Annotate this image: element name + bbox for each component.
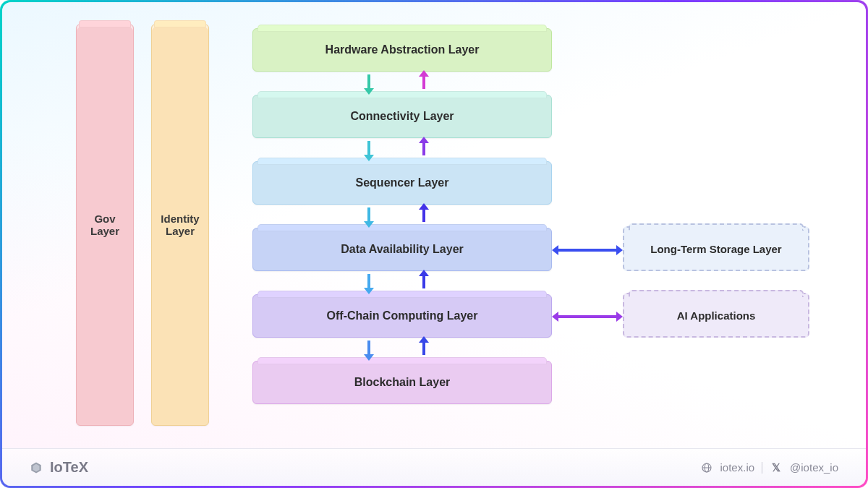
layer-sequencer: Sequencer Layer (252, 161, 552, 205)
canvas-surface: Gov Layer Identity Layer Hardware Abstra… (2, 2, 866, 486)
iotex-logo-icon (30, 461, 43, 474)
footer-handle-text: @iotex_io (790, 461, 838, 474)
sidebox-storage-label: Long-Term Storage Layer (650, 243, 781, 255)
footer-bar: IoTeX iotex.io 𝕏 @iotex_io (2, 448, 866, 486)
globe-icon (700, 461, 713, 474)
sidebox-ai-label: AI Applications (677, 309, 756, 322)
layer-data-availability: Data Availability Layer (252, 228, 552, 271)
arrow-shaft (367, 341, 370, 355)
brand-name: IoTeX (50, 459, 88, 476)
arrow-head-right-icon (616, 312, 623, 322)
pillar-gov-label: Gov Layer (90, 213, 119, 237)
arrow-down-2 (364, 138, 374, 160)
layer-occ-label: Off-Chain Computing Layer (327, 309, 478, 322)
layer-seq-label: Sequencer Layer (356, 176, 449, 189)
arrow-head-up-icon (419, 70, 429, 77)
arrow-shaft (422, 274, 425, 288)
x-logo-icon: 𝕏 (770, 461, 783, 474)
arrow-shaft (422, 74, 425, 89)
arrow-head-left-icon (552, 245, 558, 255)
arrow-head-up-icon (419, 203, 429, 210)
arrow-shaft (558, 315, 616, 318)
arrow-head-up-icon (419, 336, 429, 343)
arrow-head-down-icon (364, 354, 374, 361)
pillar-identity-layer: Identity Layer (151, 24, 209, 426)
pillar-gov-layer: Gov Layer (76, 24, 134, 426)
arrow-head-down-icon (364, 155, 374, 161)
harrow-occ-to-ai (553, 312, 621, 322)
layer-conn-label: Connectivity Layer (350, 110, 454, 123)
arrow-up-4 (419, 271, 429, 293)
sidebox-long-term-storage: Long-Term Storage Layer (623, 226, 809, 271)
arrow-shaft (367, 274, 370, 288)
arrow-head-left-icon (552, 312, 558, 322)
arrow-shaft (422, 341, 425, 355)
arrow-shaft (367, 141, 370, 155)
arrow-down-4 (364, 271, 374, 293)
layer-da-label: Data Availability Layer (341, 243, 464, 256)
footer-separator (762, 462, 762, 474)
arrow-up-3 (419, 205, 429, 226)
gradient-frame: Gov Layer Identity Layer Hardware Abstra… (0, 0, 868, 488)
layer-hardware-abstraction: Hardware Abstraction Layer (252, 28, 552, 72)
arrow-head-up-icon (419, 270, 429, 276)
arrow-shaft (558, 249, 616, 252)
arrow-up-2 (419, 138, 429, 160)
layer-off-chain-computing: Off-Chain Computing Layer (252, 294, 552, 338)
footer-site-text: iotex.io (720, 461, 755, 474)
arrow-down-5 (364, 338, 374, 359)
layer-hal-label: Hardware Abstraction Layer (326, 43, 480, 56)
layer-blockchain: Blockchain Layer (252, 361, 552, 404)
footer-links: iotex.io 𝕏 @iotex_io (700, 461, 838, 474)
diagram-canvas: Gov Layer Identity Layer Hardware Abstra… (2, 2, 866, 486)
arrow-shaft (422, 207, 425, 222)
layer-bc-label: Blockchain Layer (354, 376, 451, 389)
arrow-shaft (367, 74, 370, 89)
layer-connectivity: Connectivity Layer (252, 95, 552, 138)
arrow-shaft (367, 207, 370, 222)
arrow-head-down-icon (364, 88, 374, 95)
arrow-up-5 (419, 338, 429, 359)
arrow-head-up-icon (419, 137, 429, 143)
brand-block: IoTeX (30, 459, 88, 476)
arrow-head-right-icon (616, 245, 623, 255)
arrow-down-3 (364, 205, 374, 226)
arrow-head-down-icon (364, 221, 374, 228)
arrow-down-1 (364, 72, 374, 93)
pillar-identity-label: Identity Layer (161, 213, 199, 237)
arrow-shaft (422, 141, 425, 155)
sidebox-ai-applications: AI Applications (623, 293, 809, 338)
arrow-head-down-icon (364, 288, 374, 294)
harrow-da-to-storage (553, 245, 621, 255)
arrow-up-1 (419, 72, 429, 93)
